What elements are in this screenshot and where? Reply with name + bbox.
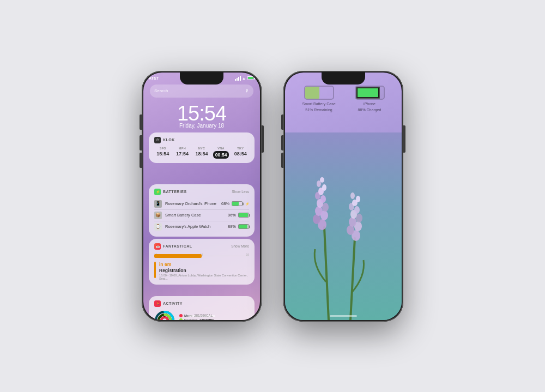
wifi-icon: ▲ xyxy=(242,76,246,80)
battery-case-icon xyxy=(304,86,334,100)
battery-iphone-sublabel: 88% Charged xyxy=(358,108,382,112)
fantastical-event-detail: 16:00 - 19:00, Atrium Lobby, Washington … xyxy=(159,274,249,280)
klok-city-tky: TKY 08:54 xyxy=(232,147,249,159)
watch-device-icon: ⌚ xyxy=(154,223,162,231)
fantastical-event-name: Registration xyxy=(159,268,249,273)
svg-point-26 xyxy=(354,206,360,214)
activity-icon: 🏃 xyxy=(154,300,161,307)
iphone-2-inner: Smart Battery Case 51% Remaining iPhone … xyxy=(285,73,402,320)
klok-widget[interactable]: ⏱ KLOK SFO 15:54 MPH 17:54 NYC 18: xyxy=(149,132,255,163)
klok-icon: ⏱ xyxy=(154,137,161,143)
battery-case-sublabel: 51% Remaining xyxy=(305,108,332,112)
fantastical-in-time: in 6m xyxy=(159,262,249,267)
home-indicator-1 xyxy=(188,315,215,317)
fantastical-text: in 6m Registration 16:00 - 19:00, Atrium… xyxy=(159,262,249,280)
fantastical-content: in 6m Registration 16:00 - 19:00, Atrium… xyxy=(154,262,249,280)
svg-point-17 xyxy=(322,184,326,191)
klok-city-nyc: NYC 18:54 xyxy=(193,147,210,159)
battery-widget-top: Smart Battery Case 51% Remaining iPhone … xyxy=(293,86,394,112)
activity-title: ACTIVITY xyxy=(163,301,249,305)
batteries-action[interactable]: Show Less xyxy=(232,190,249,194)
hyacinth-svg xyxy=(285,132,402,320)
batteries-icon: ⚡ xyxy=(154,189,161,195)
fantastical-header: 📅 FANTASTICAL Show More xyxy=(154,243,249,250)
svg-point-23 xyxy=(349,217,356,227)
fantastical-timeline: 15 17 19 xyxy=(154,253,249,260)
carrier-label: AT&T xyxy=(149,76,159,80)
klok-city-vna: VNA 00:54 xyxy=(213,147,230,159)
battery-bar-case xyxy=(238,213,249,218)
timeline-event xyxy=(154,254,202,258)
battery-iphone-item: iPhone 88% Charged xyxy=(355,86,385,112)
phone2-screen: Smart Battery Case 51% Remaining iPhone … xyxy=(285,73,402,320)
phone1-screen: AT&T ▲ Search 🎙 xyxy=(143,73,260,320)
fantastical-time-badge xyxy=(154,262,156,278)
batteries-header: ⚡ BATTERIES Show Less xyxy=(154,189,249,195)
search-bar[interactable]: Search 🎙 xyxy=(150,85,253,98)
exercise-dot xyxy=(179,318,183,320)
activity-rings xyxy=(154,310,175,320)
fantastical-widget[interactable]: 📅 FANTASTICAL Show More 15 17 19 xyxy=(149,239,255,285)
iphone-device-icon: 📱 xyxy=(154,200,162,208)
activity-exercise-row: Exercise 12/30MIN xyxy=(179,318,249,320)
exercise-value: 12/30MIN xyxy=(199,318,214,320)
battery-case-item: Smart Battery Case 51% Remaining xyxy=(302,86,335,112)
klok-header: ⏱ KLOK xyxy=(154,137,249,143)
battery-iphone-label: iPhone xyxy=(364,102,376,106)
battery-status-icon xyxy=(247,76,255,80)
lock-screen-time: 15:54 xyxy=(143,102,260,125)
flower-area xyxy=(285,132,402,320)
battery-bar-watch xyxy=(238,224,249,229)
fantastical-icon: 📅 xyxy=(154,243,161,250)
batteries-widget[interactable]: ⚡ BATTERIES Show Less 📱 Rosemary Orchard… xyxy=(149,184,255,237)
activity-header: 🏃 ACTIVITY xyxy=(154,300,249,307)
klok-cities: SFO 15:54 MPH 17:54 NYC 18:54 VNA 00:54 xyxy=(154,147,249,159)
klok-title: KLOK xyxy=(163,138,249,142)
svg-point-19 xyxy=(320,177,324,183)
battery-case-label: Smart Battery Case xyxy=(302,102,335,106)
iphone-2: Smart Battery Case 51% Remaining iPhone … xyxy=(283,71,403,322)
fantastical-action[interactable]: Show More xyxy=(231,244,249,248)
home-indicator-2 xyxy=(330,315,357,317)
batteries-title: BATTERIES xyxy=(163,190,229,194)
notch-2 xyxy=(322,73,365,85)
flower-background xyxy=(285,132,402,320)
iphone-1: AT&T ▲ Search 🎙 xyxy=(142,71,262,322)
klok-city-sfo: SFO 15:54 xyxy=(154,147,172,159)
battery-iphone-icon xyxy=(355,86,385,100)
notch-1 xyxy=(180,73,223,85)
svg-point-5 xyxy=(161,317,168,320)
battery-row-case: 📦 Smart Battery Case 96% xyxy=(154,210,249,221)
search-label: Search xyxy=(154,88,245,93)
iphone-1-inner: AT&T ▲ Search 🎙 xyxy=(143,73,260,320)
svg-point-29 xyxy=(356,196,360,202)
fantastical-title: FANTASTICAL xyxy=(163,244,229,248)
svg-line-7 xyxy=(350,238,355,320)
exercise-label: Exercise xyxy=(184,318,198,320)
battery-row-iphone: 📱 Rosemary Orchard's iPhone 68% ⚡ xyxy=(154,198,249,210)
klok-city-mph: MPH 17:54 xyxy=(174,147,191,159)
lock-screen-date: Friday, January 18 xyxy=(143,123,260,129)
status-icons: ▲ xyxy=(235,76,255,81)
battery-row-watch: ⌚ Rosemary's Apple Watch 88% xyxy=(154,221,249,232)
battery-bar-iphone xyxy=(232,201,243,206)
svg-point-30 xyxy=(350,192,355,199)
move-dot xyxy=(179,314,183,317)
case-device-icon: 📦 xyxy=(154,212,162,219)
charging-icon: ⚡ xyxy=(245,202,249,206)
svg-point-14 xyxy=(320,195,326,203)
svg-line-6 xyxy=(324,227,329,320)
signal-icon xyxy=(235,76,241,81)
svg-point-11 xyxy=(315,206,323,216)
microphone-icon: 🎙 xyxy=(245,88,249,93)
